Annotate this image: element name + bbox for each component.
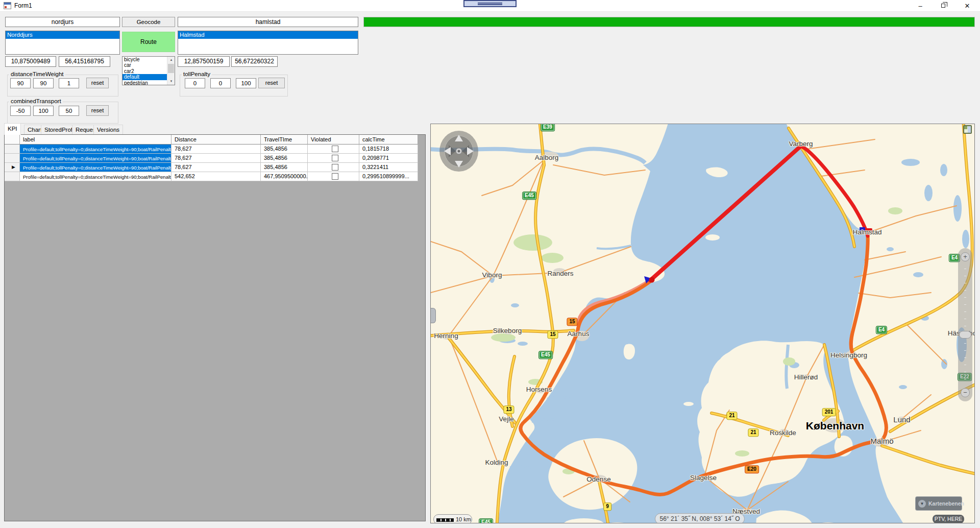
dtw-field-1[interactable]: 90 [10,78,31,88]
cell-violated[interactable] [308,145,359,154]
column-header-label[interactable]: label [20,135,172,145]
list-item[interactable]: car [122,62,167,68]
cell-violated[interactable] [308,154,359,163]
profile-list-scrollbar[interactable]: ▲ ▼ [167,57,175,85]
cell-calctime[interactable]: 0,2098771 [359,154,418,163]
row-header-cell[interactable] [5,172,20,181]
cell-calctime[interactable]: 0,1815718 [359,145,418,154]
toll-field-2[interactable]: 0 [210,78,231,88]
dtw-field-3[interactable]: 1 [59,78,79,88]
minimize-button[interactable]: – [912,0,929,12]
violated-checkbox[interactable] [332,146,338,152]
road-badge: 21 [748,428,758,437]
row-header-cell[interactable] [5,145,20,154]
road-badge: E4 [876,326,887,334]
map-label-city: Aarhus [568,330,590,338]
restore-button[interactable] [935,0,952,12]
origin-search-input[interactable]: nordjurs [5,17,120,27]
map-view[interactable]: Aalborg Varberg Halmstad Viborg Randers … [430,124,975,523]
cell-calctime[interactable]: 0,3221411 [359,163,418,172]
ct-field-2[interactable]: 100 [33,106,54,116]
toll-reset-button[interactable]: reset [258,78,285,88]
list-item-selected[interactable]: default [122,74,167,80]
zoom-slider-thumb[interactable] [959,331,971,339]
grid-corner-cell [5,135,20,145]
ct-reset-button[interactable]: reset [86,105,109,116]
cell-traveltime[interactable]: 385,4856 [261,163,308,172]
column-header-traveltime[interactable]: TravelTIme [261,135,308,145]
list-item[interactable]: pedestrian [122,80,167,85]
overview-map-toggle-icon[interactable] [963,125,972,134]
dest-lon-field[interactable]: 12,857500159 [178,56,230,67]
close-button[interactable]: ✕ [959,0,976,12]
cell-violated[interactable] [308,163,359,172]
zoom-out-button[interactable]: − [961,388,970,397]
profile-listbox[interactable]: bicycle car car2 default pedestrian ▲ ▼ [122,56,175,85]
panel-collapse-handle[interactable] [431,308,436,323]
column-header-distance[interactable]: Distance [172,135,261,145]
cell-label[interactable]: Profile=default;tollPenalty=0;distanceTi… [20,145,172,154]
map-zoom-slider[interactable]: + − [958,248,972,401]
dest-search-input[interactable]: hamlstad [178,17,358,27]
cell-distance[interactable]: 78,627 [172,145,261,154]
map-label-city: Malmö [870,437,893,445]
scrollbar-thumb[interactable] [168,64,174,73]
column-header-violated[interactable]: Violated [308,135,359,145]
road-badge: E45 [479,518,493,523]
cell-distance[interactable]: 78,627 [172,163,261,172]
dtw-field-2[interactable]: 90 [33,78,54,88]
origin-lon-field[interactable]: 10,875009489 [5,56,56,67]
cell-distance[interactable]: 542,652 [172,172,261,181]
layers-button-label: Kartenebenen [928,500,964,507]
list-item[interactable]: car2 [122,68,167,74]
tab-versions[interactable]: Versions [93,125,123,135]
toll-field-3[interactable]: 100 [236,78,256,88]
origin-route-end-marker [649,277,655,283]
map-coordinates-readout: 56° 21´ 35˝ N, 008° 53´ 14˝ O [655,513,745,523]
map-scale: 10 km [433,514,472,523]
road-badge: 9 [603,502,611,511]
cell-distance[interactable]: 78,627 [172,154,261,163]
scroll-down-icon[interactable]: ▼ [167,78,175,85]
ct-field-1[interactable]: -50 [10,106,31,116]
road-badge: E45 [538,351,553,359]
map-label-city: Vejle [499,415,513,423]
tab-kpi[interactable]: KPI [4,123,21,135]
geocode-button[interactable]: Geocode [122,17,175,27]
column-header-calctime[interactable]: calcTime [359,135,418,145]
list-item[interactable]: bicycle [122,57,167,62]
map-layers-button[interactable]: ▼ Kartenebenen [915,496,962,511]
cell-violated[interactable] [308,172,359,181]
cell-label[interactable]: Profile=default;tollPenalty=0;distanceTi… [20,154,172,163]
scroll-up-icon[interactable]: ▲ [167,57,175,63]
row-header-cell[interactable] [5,154,20,163]
map-label-city: Herning [434,332,458,340]
cell-calctime[interactable]: 0,299510899999... [359,172,418,181]
titlebar-widget[interactable] [463,0,517,7]
list-item[interactable]: Norddjurs [6,31,119,39]
list-item[interactable]: Halmstad [178,31,358,39]
map-canvas [431,124,975,523]
route-button[interactable]: Route [122,32,175,52]
map-label-city: Hillerød [794,373,818,381]
origin-lat-field[interactable]: 56,415168795 [59,56,110,67]
map-label-city: Roskilde [770,429,796,437]
cell-traveltime[interactable]: 385,4856 [261,145,308,154]
origin-result-list[interactable]: Norddjurs [5,31,120,55]
ct-field-3[interactable]: 50 [59,106,79,116]
cell-traveltime[interactable]: 467,9509500000... [261,172,308,181]
violated-checkbox[interactable] [332,155,338,161]
toll-field-1[interactable]: 0 [185,78,205,88]
dest-result-list[interactable]: Halmstad [178,31,358,55]
map-pan-control[interactable] [438,130,479,173]
current-row-icon[interactable]: ▶ [5,163,20,172]
violated-checkbox[interactable] [332,173,338,180]
violated-checkbox[interactable] [332,164,338,171]
cell-traveltime[interactable]: 385,4856 [261,154,308,163]
dtw-reset-button[interactable]: reset [86,78,109,88]
dest-lat-field[interactable]: 56,672260322 [231,56,278,67]
cell-label[interactable]: Profile=default;tollPenalty=0;distanceTi… [20,163,172,172]
cell-label[interactable]: Profile=default;tollPenalty=0;distanceTi… [20,172,172,181]
zoom-in-button[interactable]: + [961,252,970,261]
road-badge: E45 [522,191,536,200]
